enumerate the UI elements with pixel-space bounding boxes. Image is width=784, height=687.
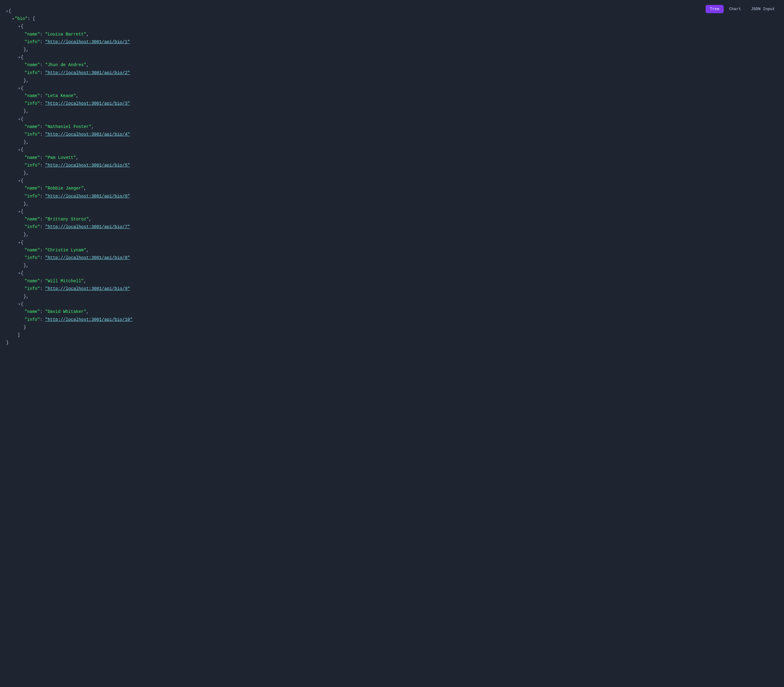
- entry-5-open: ▼{: [6, 177, 779, 185]
- entry-7-name-line: "name": "Christie Lynam",: [6, 247, 779, 254]
- entry-1-name-line: "name": "Jhun de Andres",: [6, 61, 779, 69]
- entry-5-name-value: "Robbie Jaeger": [45, 185, 84, 192]
- chart-tab-button[interactable]: Chart: [725, 5, 745, 13]
- root-open: ▼{: [6, 7, 779, 15]
- entry-8-name-value: "Will Mitchell": [45, 278, 84, 285]
- entry-8-info-key: "info": [25, 285, 40, 293]
- entry-7-info-value[interactable]: "http://localhost:3001/api/bio/8": [45, 254, 130, 262]
- entry-9-info-key: "info": [25, 316, 40, 324]
- root-brace-close-line: }: [6, 339, 779, 347]
- entry-0-close: },: [6, 46, 779, 54]
- entry-5-toggle[interactable]: ▼: [18, 179, 20, 184]
- entry-1-info-key: "info": [25, 69, 40, 77]
- entry-0-info-key: "info": [25, 38, 40, 46]
- entry-0-brace-close: }: [18, 46, 26, 54]
- entry-4-name-value: "Pam Lovett": [45, 154, 76, 162]
- entry-7-name-key: "name": [25, 247, 40, 254]
- entry-7-close: },: [6, 262, 779, 270]
- entry-1-info-line: "info": "http://localhost:3001/api/bio/2…: [6, 69, 779, 77]
- entry-8-info-value[interactable]: "http://localhost:3001/api/bio/9": [45, 285, 130, 293]
- entry-9-info-line: "info": "http://localhost:3001/api/bio/1…: [6, 316, 779, 324]
- entry-1-open: ▼{: [6, 54, 779, 61]
- entry-6-close: },: [6, 231, 779, 238]
- entry-2-name-value: "Leta Keane": [45, 92, 76, 100]
- entry-3-info-key: "info": [25, 131, 40, 138]
- entry-8-close: },: [6, 293, 779, 300]
- bio-bracket-open: [: [33, 15, 35, 23]
- entry-9-toggle[interactable]: ▼: [18, 302, 20, 307]
- entry-3-close: },: [6, 138, 779, 146]
- entry-1-close: },: [6, 77, 779, 84]
- entry-0-brace-open: {: [21, 23, 23, 30]
- entry-5-info-value[interactable]: "http://localhost:3001/api/bio/6": [45, 192, 130, 200]
- entry-3-info-value[interactable]: "http://localhost:3001/api/bio/4": [45, 131, 130, 138]
- entry-8-toggle[interactable]: ▼: [18, 271, 20, 276]
- bio-bracket-close-line: ]: [6, 331, 779, 339]
- entry-5-name-line: "name": "Robbie Jaeger",: [6, 185, 779, 192]
- entry-0-name-line: "name": "Louisa Barrett",: [6, 31, 779, 38]
- entry-4-toggle[interactable]: ▼: [18, 148, 20, 153]
- entry-9-name-key: "name": [25, 308, 40, 316]
- entry-6-open: ▼{: [6, 208, 779, 215]
- json-tree: ▼{ ▼"bio": [ ▼{"name": "Louisa Barrett",…: [5, 5, 779, 347]
- entry-6-name-key: "name": [25, 215, 40, 223]
- entry-4-brace-open: {: [21, 146, 23, 154]
- entry-4-name-line: "name": "Pam Lovett",: [6, 154, 779, 162]
- entry-4-close: },: [6, 169, 779, 177]
- entry-6-toggle[interactable]: ▼: [18, 209, 20, 215]
- entry-7-name-value: "Christie Lynam": [45, 247, 86, 254]
- entry-7-brace-open: {: [21, 239, 23, 247]
- entry-5-close: },: [6, 200, 779, 208]
- root-toggle-arrow[interactable]: ▼: [6, 9, 8, 15]
- entry-3-toggle[interactable]: ▼: [18, 117, 20, 122]
- entry-9-brace-open: {: [21, 300, 23, 308]
- entry-3-name-value: "Nathaniel Foster": [45, 123, 91, 131]
- entry-6-name-line: "name": "Brittany Storoz",: [6, 215, 779, 223]
- entry-7-toggle[interactable]: ▼: [18, 240, 20, 246]
- entry-6-brace-close: }: [18, 231, 26, 238]
- entry-4-info-line: "info": "http://localhost:3001/api/bio/5…: [6, 162, 779, 169]
- entry-9-close: }: [6, 324, 779, 331]
- entry-0-name-key: "name": [25, 31, 40, 38]
- entry-9-brace-close: }: [18, 324, 26, 331]
- entry-5-name-key: "name": [25, 185, 40, 192]
- entry-2-name-key: "name": [25, 92, 40, 100]
- json-input-tab-button[interactable]: JSON Input: [747, 5, 779, 13]
- entry-2-brace-close: }: [18, 107, 26, 115]
- entry-0-info-value[interactable]: "http://localhost:3001/api/bio/1": [45, 38, 130, 46]
- tree-tab-button[interactable]: Tree: [706, 5, 724, 13]
- entry-6-info-line: "info": "http://localhost:3001/api/bio/7…: [6, 223, 779, 231]
- bio-colon: :: [28, 15, 33, 23]
- entry-1-name-key: "name": [25, 61, 40, 69]
- entry-6-info-value[interactable]: "http://localhost:3001/api/bio/7": [45, 223, 130, 231]
- entry-9-info-value[interactable]: "http://localhost:3001/api/bio/10": [45, 316, 133, 324]
- entry-8-brace-open: {: [21, 270, 23, 277]
- entry-1-info-value[interactable]: "http://localhost:3001/api/bio/2": [45, 69, 130, 77]
- entry-4-brace-close: }: [18, 169, 26, 177]
- entry-8-brace-close: }: [18, 293, 26, 300]
- entry-8-info-line: "info": "http://localhost:3001/api/bio/9…: [6, 285, 779, 293]
- toolbar: Tree Chart JSON Input: [706, 5, 779, 13]
- root-brace-open: {: [8, 7, 11, 15]
- entry-2-toggle[interactable]: ▼: [18, 86, 20, 92]
- entry-4-name-key: "name": [25, 154, 40, 162]
- bio-toggle-arrow[interactable]: ▼: [12, 16, 14, 22]
- entries-container: ▼{"name": "Louisa Barrett","info": "http…: [6, 23, 779, 331]
- entry-2-info-line: "info": "http://localhost:3001/api/bio/3…: [6, 100, 779, 107]
- entry-6-brace-open: {: [21, 208, 23, 215]
- entry-3-name-key: "name": [25, 123, 40, 131]
- entry-1-toggle[interactable]: ▼: [18, 55, 20, 61]
- entry-7-open: ▼{: [6, 239, 779, 247]
- entry-9-name-line: "name": "David Whitaker",: [6, 308, 779, 316]
- entry-0-open: ▼{: [6, 23, 779, 30]
- entry-3-name-line: "name": "Nathaniel Foster",: [6, 123, 779, 131]
- entry-2-brace-open: {: [21, 84, 23, 92]
- entry-3-brace-open: {: [21, 115, 23, 123]
- entry-4-info-value[interactable]: "http://localhost:3001/api/bio/5": [45, 162, 130, 169]
- entry-7-brace-close: }: [18, 262, 26, 270]
- root-brace-close: }: [6, 339, 8, 347]
- entry-1-name-value: "Jhun de Andres": [45, 61, 86, 69]
- entry-0-toggle[interactable]: ▼: [18, 24, 20, 30]
- entry-0-name-value: "Louisa Barrett": [45, 31, 86, 38]
- entry-2-info-value[interactable]: "http://localhost:3001/api/bio/3": [45, 100, 130, 107]
